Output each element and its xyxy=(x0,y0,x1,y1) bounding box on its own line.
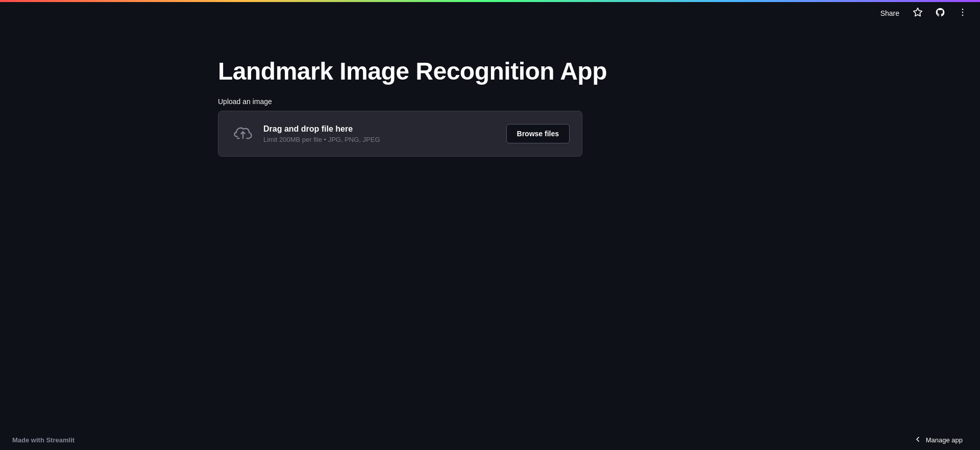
svg-marker-0 xyxy=(914,8,922,16)
page-title: Landmark Image Recognition App xyxy=(218,57,607,85)
made-with-text: Made with xyxy=(12,436,46,444)
svg-point-1 xyxy=(962,8,964,10)
star-button[interactable] xyxy=(909,4,927,22)
main-content: Landmark Image Recognition App Upload an… xyxy=(0,27,980,430)
streamlit-brand: Streamlit xyxy=(46,436,75,444)
top-gradient-bar xyxy=(0,0,980,2)
more-options-button[interactable] xyxy=(953,4,972,22)
share-button[interactable]: Share xyxy=(875,6,904,20)
github-button[interactable] xyxy=(931,4,949,22)
footer: Made with Streamlit Manage app xyxy=(0,430,980,450)
upload-left-section: Drag and drop file here Limit 200MB per … xyxy=(231,121,380,146)
svg-point-3 xyxy=(962,14,964,16)
star-icon xyxy=(913,7,923,20)
more-options-icon xyxy=(958,7,968,20)
drag-drop-text: Drag and drop file here xyxy=(263,124,380,134)
upload-label: Upload an image xyxy=(218,97,272,106)
svg-point-2 xyxy=(962,11,964,13)
manage-app-label: Manage app xyxy=(926,436,963,444)
upload-text-group: Drag and drop file here Limit 200MB per … xyxy=(263,124,380,143)
upload-dropzone[interactable]: Drag and drop file here Limit 200MB per … xyxy=(218,111,582,157)
header-toolbar: Share xyxy=(867,0,980,27)
footer-branding: Made with Streamlit xyxy=(12,436,75,444)
github-icon xyxy=(935,7,945,20)
cloud-upload-icon xyxy=(231,121,255,146)
chevron-left-icon xyxy=(914,435,922,445)
file-limit-text: Limit 200MB per file • JPG, PNG, JPEG xyxy=(263,136,380,143)
browse-files-button[interactable]: Browse files xyxy=(506,124,570,143)
share-label: Share xyxy=(880,9,899,17)
manage-app-button[interactable]: Manage app xyxy=(909,432,968,448)
